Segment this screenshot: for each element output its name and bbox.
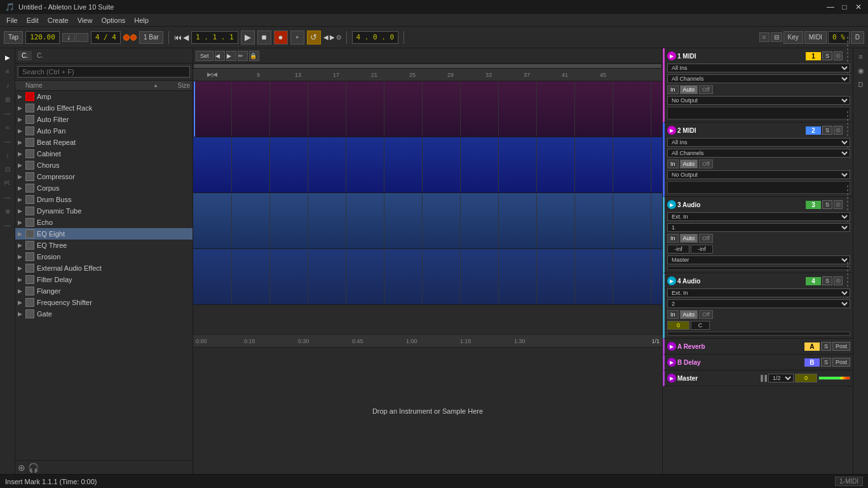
sort-icon[interactable]: ▲ — [153, 83, 158, 88]
track-s-btn-3[interactable]: S — [822, 200, 832, 209]
list-item[interactable]: ▶ Drum Buss — [15, 194, 193, 205]
master-output-select[interactable]: 1/2 — [768, 374, 794, 383]
track-s-btn-2[interactable]: S — [822, 126, 832, 135]
list-item[interactable]: ▶ Amp — [15, 91, 193, 102]
list-item[interactable]: ▶ Beat Repeat — [15, 137, 193, 148]
end-display[interactable]: 4 . 0 . 0 — [352, 31, 399, 44]
sidebar-headphone-icon[interactable]: 🎧 — [28, 463, 39, 473]
search-input[interactable] — [18, 66, 190, 78]
auto-btn-2[interactable]: Auto — [680, 159, 698, 168]
side-icon-d[interactable]: D — [855, 79, 867, 90]
list-item-eq-eight[interactable]: ▶ EQ Eight — [15, 228, 193, 240]
tap-button[interactable]: Tap — [4, 31, 23, 44]
item-expander[interactable]: ▶ — [18, 116, 25, 123]
track-fader-2[interactable] — [667, 181, 850, 194]
item-expander[interactable]: ▶ — [18, 276, 25, 283]
midi-button[interactable]: MIDI — [804, 31, 827, 44]
list-item[interactable]: ▶ Chorus — [15, 159, 193, 171]
item-expander[interactable]: ▶ — [18, 299, 25, 306]
d-button[interactable]: D — [851, 31, 864, 44]
channel-select-1[interactable]: All Channels — [667, 74, 850, 83]
list-item[interactable]: ▶ Filter Delay — [15, 274, 193, 285]
pl-icon[interactable]: Pl. — [0, 177, 15, 189]
track-fader-3[interactable] — [667, 266, 850, 270]
side-icon-1[interactable]: ≡ — [855, 51, 867, 62]
list-item[interactable]: ▶ Cabinet — [15, 148, 193, 159]
list-item[interactable]: ▶ EQ Three — [15, 240, 193, 251]
track-type-icon-1[interactable]: ▶ — [667, 51, 676, 60]
add-button[interactable]: + — [290, 30, 304, 44]
add-icon[interactable]: ⊕ — [0, 205, 15, 217]
list-item[interactable]: ▶ Compressor — [15, 171, 193, 182]
list-item[interactable]: ▶ Gate — [15, 308, 193, 320]
plugins-icon[interactable]: ⊞ — [0, 93, 15, 105]
channel-select-3[interactable]: 1 — [667, 223, 850, 232]
position-display[interactable]: 1 . 1 . 1 — [191, 31, 238, 44]
track-num-btn-bdelay[interactable]: B — [804, 358, 820, 367]
close-button[interactable]: ✕ — [854, 3, 863, 11]
bpm-display[interactable]: 120.00 — [25, 31, 60, 44]
menu-edit[interactable]: Edit — [23, 15, 43, 25]
list-item[interactable]: ▶ Dynamic Tube — [15, 205, 193, 217]
track-type-icon-4[interactable]: ▶ — [667, 276, 676, 285]
menu-file[interactable]: File — [3, 15, 22, 25]
wave-icon[interactable]: ≈ — [0, 121, 15, 133]
key-button[interactable]: Key — [783, 31, 803, 44]
back-to-start-button[interactable]: ⏮ — [174, 33, 182, 42]
cpu-icon[interactable]: ≡ — [759, 32, 770, 42]
list-item[interactable]: ▶ Erosion — [15, 251, 193, 262]
track-type-icon-3[interactable]: ▶ — [667, 200, 676, 209]
item-expander[interactable]: ▶ — [18, 254, 25, 260]
item-expander[interactable]: ▶ — [18, 128, 25, 134]
send-icon[interactable]: ↕ — [0, 149, 15, 161]
item-expander[interactable]: ▶ — [18, 162, 25, 168]
item-expander[interactable]: ▶ — [18, 185, 25, 191]
input-select-3[interactable]: Ext. In — [667, 212, 850, 221]
off-btn-1[interactable]: Off — [699, 85, 713, 94]
in-btn-1[interactable]: In — [667, 85, 679, 94]
track-s-btn-1[interactable]: S — [822, 51, 832, 60]
item-expander[interactable]: ▶ — [18, 105, 25, 111]
list-item[interactable]: ▶ Corpus — [15, 182, 193, 194]
output-select-1[interactable]: No Output — [667, 96, 850, 105]
track-num-btn-2[interactable]: 2 — [806, 126, 821, 135]
item-expander[interactable]: ▶ — [18, 151, 25, 157]
in-btn-2[interactable]: In — [667, 159, 679, 168]
loop-back-button[interactable]: ◀ — [323, 34, 329, 41]
item-expander[interactable]: ▶ — [18, 265, 25, 271]
auto-btn-1[interactable]: Auto — [680, 85, 698, 94]
session-view-icon[interactable]: ▶ — [0, 51, 15, 64]
sidebar-tab-2[interactable]: C. — [33, 51, 47, 60]
track-fader-1[interactable] — [667, 107, 850, 119]
list-item[interactable]: ▶ Echo — [15, 217, 193, 228]
list-item[interactable]: ▶ Frequency Shifter — [15, 297, 193, 308]
item-expander[interactable]: ▶ — [18, 196, 25, 203]
quantize-button[interactable]: 1 Bar — [139, 31, 163, 44]
loop-start-button[interactable]: ◀ — [215, 51, 225, 61]
play-button[interactable]: ▶ — [241, 30, 255, 44]
track-r-btn-4[interactable] — [834, 276, 843, 285]
menu-help[interactable]: Help — [130, 15, 153, 25]
record-button[interactable]: ● — [274, 30, 288, 44]
instruments-icon[interactable]: ♪ — [0, 79, 15, 92]
side-icon-2[interactable]: ◉ — [855, 65, 867, 76]
list-item[interactable]: ▶ External Audio Effect — [15, 262, 193, 274]
list-item[interactable]: ▶ Flanger — [15, 285, 193, 297]
track-s-btn-areverb[interactable]: S — [821, 342, 831, 351]
track-num-btn-areverb[interactable]: A — [804, 342, 820, 351]
input-select-4[interactable]: Ext. In — [667, 288, 850, 297]
track-num-btn-3[interactable]: 3 — [806, 201, 821, 209]
track-s-btn-4[interactable]: S — [822, 276, 832, 285]
in-btn-3[interactable]: In — [667, 234, 679, 243]
item-expander[interactable]: ▶ — [18, 173, 25, 180]
item-expander[interactable]: ▶ — [18, 242, 25, 248]
track-r-btn-3[interactable] — [834, 200, 843, 209]
lock-button[interactable]: 🔒 — [249, 51, 259, 61]
sidebar-tab-1[interactable]: C. — [18, 51, 32, 60]
maximize-button[interactable]: □ — [840, 3, 849, 11]
loop-end-button[interactable]: ▶ — [226, 51, 236, 61]
set-button[interactable]: Set — [196, 51, 214, 61]
item-expander[interactable]: ▶ — [18, 288, 25, 294]
loop-button[interactable]: ↺ — [307, 30, 321, 44]
loop-forward-button[interactable]: ▶ — [330, 34, 335, 41]
